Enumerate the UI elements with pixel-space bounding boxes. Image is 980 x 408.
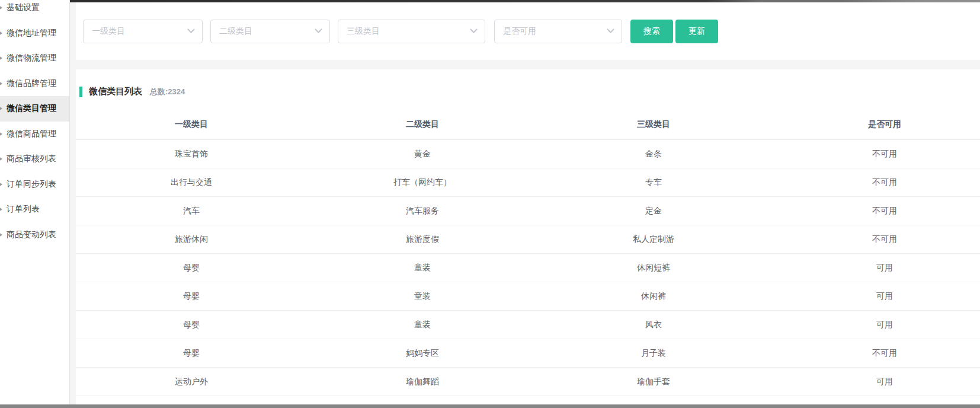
arrow-right-icon — [0, 157, 2, 161]
table-cell: 风衣 — [538, 311, 769, 339]
sidebar-item-0[interactable]: 基础设置 — [0, 0, 69, 21]
select-placeholder: 二级类目 — [219, 26, 252, 37]
table-cell: 童装 — [307, 311, 538, 339]
chevron-down-icon — [315, 26, 322, 33]
table-header-row: 一级类目二级类目三级类目是否可用 — [76, 109, 980, 140]
sidebar-item-label: 商品审核列表 — [7, 154, 56, 164]
table-cell: 汽车 — [76, 197, 307, 225]
table-row: 珠宝首饰黄金金条不可用 — [76, 140, 980, 168]
table-cell: 不可用 — [769, 339, 980, 367]
table-cell: 休闲短裤 — [538, 254, 769, 282]
table-row: 汽车汽车服务定金不可用 — [76, 197, 980, 225]
category-list-panel: 微信类目列表 总数:2324 一级类目二级类目三级类目是否可用 珠宝首饰黄金金条… — [76, 69, 980, 404]
sidebar-item-label: 基础设置 — [7, 2, 40, 13]
table-cell: 运动户外 — [76, 368, 307, 396]
sidebar-item-label: 微信商品管理 — [7, 129, 56, 139]
select-placeholder: 是否可用 — [503, 26, 536, 37]
table-cell: 出行与交通 — [76, 168, 307, 196]
arrow-right-icon — [0, 81, 2, 86]
arrow-right-icon — [0, 106, 2, 111]
table-row: 母婴童装休闲裤可用 — [76, 282, 980, 311]
select-level3-category[interactable]: 三级类目 — [338, 20, 485, 43]
table-cell: 不可用 — [769, 197, 980, 225]
column-header: 一级类目 — [76, 109, 307, 139]
table-cell: 瑜伽手套 — [538, 368, 769, 396]
sidebar-item-2[interactable]: 微信物流管理 — [0, 46, 69, 71]
sidebar-item-label: 微信物流管理 — [7, 53, 56, 63]
table-cell: 不可用 — [769, 168, 980, 196]
arrow-right-icon — [0, 132, 2, 136]
table-cell: 定金 — [538, 197, 769, 225]
sidebar-item-label: 微信品牌管理 — [7, 78, 56, 89]
select-placeholder: 三级类目 — [347, 26, 380, 37]
sidebar-item-7[interactable]: 订单同步列表 — [0, 172, 69, 197]
sidebar: 基础设置微信地址管理微信物流管理微信品牌管理微信类目管理微信商品管理商品审核列表… — [0, 0, 70, 404]
chevron-down-icon — [470, 26, 478, 33]
sidebar-item-3[interactable]: 微信品牌管理 — [0, 71, 69, 97]
panel-title: 微信类目列表 — [89, 86, 142, 97]
sidebar-item-label: 订单同步列表 — [7, 179, 56, 190]
table-cell: 打车（网约车） — [307, 168, 538, 196]
sidebar-menu: 基础设置微信地址管理微信物流管理微信品牌管理微信类目管理微信商品管理商品审核列表… — [0, 0, 69, 247]
table-row: 母婴妈妈专区月子装不可用 — [76, 339, 980, 368]
table-cell: 不可用 — [769, 225, 980, 253]
table-cell: 瑜伽舞蹈 — [307, 368, 538, 396]
table-cell: 旅游休闲 — [76, 225, 307, 253]
table-cell: 金条 — [538, 140, 769, 168]
table-cell: 可用 — [769, 311, 980, 339]
sidebar-item-6[interactable]: 商品审核列表 — [0, 146, 69, 172]
sidebar-item-5[interactable]: 微信商品管理 — [0, 122, 69, 147]
chevron-down-icon — [187, 26, 195, 33]
table-row: 运动户外瑜伽舞蹈瑜伽手套可用 — [76, 368, 980, 396]
table-cell: 休闲裤 — [538, 282, 769, 310]
table-cell: 汽车服务 — [307, 197, 538, 225]
filter-row: 一级类目 二级类目 三级类目 是否可用 搜索 更新 — [76, 2, 980, 60]
sidebar-item-label: 微信类目管理 — [7, 103, 56, 114]
arrow-right-icon — [0, 232, 2, 237]
sidebar-item-1[interactable]: 微信地址管理 — [0, 21, 69, 46]
arrow-right-icon — [0, 207, 2, 212]
table-row: 母婴童装休闲短裤可用 — [76, 254, 980, 282]
select-level1-category[interactable]: 一级类目 — [83, 20, 203, 43]
filter-panel: 一级类目 二级类目 三级类目 是否可用 搜索 更新 — [76, 2, 980, 60]
sidebar-item-label: 商品变动列表 — [7, 230, 56, 240]
total-count: 总数:2324 — [150, 87, 185, 97]
chevron-down-icon — [607, 26, 614, 33]
table-cell: 母婴 — [76, 339, 307, 367]
column-header: 二级类目 — [307, 109, 538, 139]
arrow-right-icon — [0, 182, 2, 187]
select-availability[interactable]: 是否可用 — [494, 20, 622, 43]
table-cell: 黄金 — [307, 140, 538, 168]
horizontal-scrollbar[interactable] — [0, 404, 980, 408]
table-row: 旅游休闲旅游度假私人定制游不可用 — [76, 225, 980, 254]
category-table: 一级类目二级类目三级类目是否可用 珠宝首饰黄金金条不可用出行与交通打车（网约车）… — [76, 109, 980, 396]
table-cell: 可用 — [769, 254, 980, 282]
table-cell: 童装 — [307, 282, 538, 310]
select-level2-category[interactable]: 二级类目 — [210, 20, 330, 43]
update-button[interactable]: 更新 — [675, 20, 718, 43]
search-button[interactable]: 搜索 — [630, 20, 673, 43]
table-cell: 母婴 — [76, 311, 307, 339]
sidebar-item-9[interactable]: 商品变动列表 — [0, 222, 69, 248]
table-cell: 不可用 — [769, 140, 980, 168]
arrow-right-icon — [0, 56, 2, 60]
sidebar-item-4[interactable]: 微信类目管理 — [0, 96, 69, 122]
accent-bar — [79, 87, 82, 97]
table-cell: 母婴 — [76, 254, 307, 282]
select-placeholder: 一级类目 — [92, 26, 125, 37]
arrow-right-icon — [0, 5, 2, 10]
table-cell: 月子装 — [538, 339, 769, 367]
table-cell: 旅游度假 — [307, 225, 538, 253]
table-cell: 母婴 — [76, 282, 307, 310]
table-cell: 妈妈专区 — [307, 339, 538, 367]
table-row: 母婴童装风衣可用 — [76, 311, 980, 339]
table-cell: 私人定制游 — [538, 225, 769, 253]
table-row: 出行与交通打车（网约车）专车不可用 — [76, 168, 980, 197]
panel-header: 微信类目列表 总数:2324 — [76, 69, 980, 97]
sidebar-item-8[interactable]: 订单列表 — [0, 197, 69, 222]
table-cell: 专车 — [538, 168, 769, 196]
sidebar-item-label: 微信地址管理 — [7, 28, 56, 39]
arrow-right-icon — [0, 31, 2, 36]
table-cell: 珠宝首饰 — [76, 140, 307, 168]
table-cell: 可用 — [769, 368, 980, 396]
